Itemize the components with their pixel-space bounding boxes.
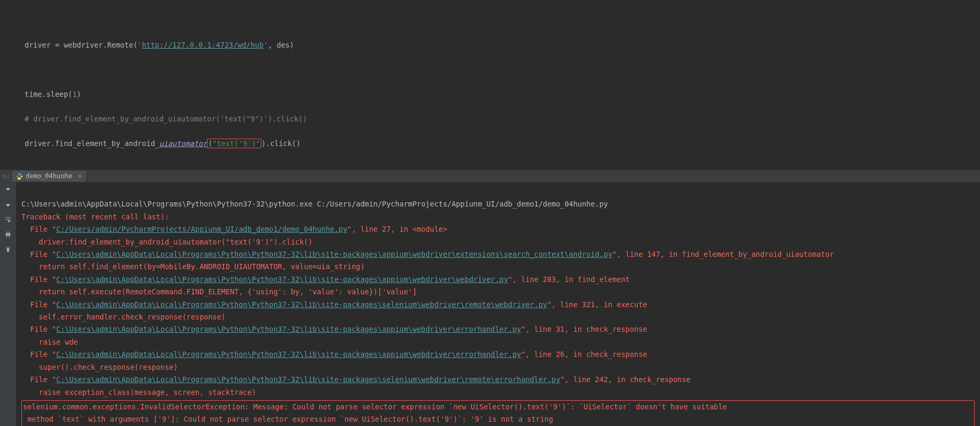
traceback-code: self.error_handler.check_response(respon… <box>21 313 226 321</box>
traceback-frame: File "C:\Users\admin\AppData\Local\Progr… <box>21 300 647 309</box>
code-line: # driver.find_element_by_android_uiautom… <box>25 113 980 125</box>
code-line <box>25 14 980 27</box>
svg-rect-3 <box>6 232 9 234</box>
code-text: driver = webdriver.Remote( <box>25 41 137 49</box>
file-link[interactable]: C:/Users/admin/PycharmProjects/Appiunm_U… <box>56 225 348 233</box>
traceback-frame: File "C:\Users\admin\AppData\Local\Progr… <box>21 350 647 359</box>
delete-button[interactable] <box>3 245 13 254</box>
number-literal: 1 <box>72 90 76 98</box>
code-text: driver.find_element_by_android_ <box>25 139 159 148</box>
scroll-up-button[interactable] <box>3 185 13 194</box>
svg-point-0 <box>19 173 19 174</box>
run-panel-body: C:\Users\admin\AppData\Local\Programs\Py… <box>0 182 980 426</box>
python-file-icon <box>16 173 23 180</box>
file-link[interactable]: C:\Users\admin\AppData\Local\Programs\Py… <box>56 300 547 309</box>
run-tab[interactable]: demo_04hunhe × <box>12 171 86 181</box>
traceback-frame: File "C:\Users\admin\AppData\Local\Progr… <box>21 375 691 384</box>
traceback-code: super().check_response(response) <box>21 363 178 371</box>
traceback-frame: File "C:\Users\admin\AppData\Local\Progr… <box>21 275 630 284</box>
traceback-code: driver.find_element_by_android_uiautomat… <box>21 238 313 246</box>
file-link[interactable]: C:\Users\admin\AppData\Local\Programs\Py… <box>56 325 521 333</box>
code-line: time.sleep(1) <box>25 88 980 101</box>
code-editor[interactable]: driver = webdriver.Remote('http://127.0.… <box>0 0 980 170</box>
method-name: uiautomator <box>159 139 207 148</box>
run-toolbar <box>0 182 16 426</box>
traceback-header: Traceback (most recent call last): <box>21 212 169 221</box>
file-link[interactable]: C:\Users\admin\AppData\Local\Programs\Py… <box>56 275 508 284</box>
file-link[interactable]: C:\Users\admin\AppData\Local\Programs\Py… <box>56 250 612 258</box>
code-text: time.sleep( <box>25 90 72 98</box>
file-link[interactable]: C:\Users\admin\AppData\Local\Programs\Py… <box>56 350 521 359</box>
highlighted-args: ("text('9')" <box>207 139 261 148</box>
traceback-code: return self.execute(RemoteCommand.FIND_E… <box>21 287 417 296</box>
traceback-frame: File "C:/Users/admin/PycharmProjects/App… <box>21 225 447 233</box>
run-tab-label: demo_04hunhe <box>26 172 72 180</box>
url-literal[interactable]: http://127.0.0.1:4723/wd/hub <box>142 41 264 49</box>
code-line <box>25 64 980 76</box>
comment-text: # driver.find_element_by_android_uiautom… <box>25 115 307 123</box>
print-button[interactable] <box>3 230 13 239</box>
run-panel-header: n: demo_04hunhe × <box>0 170 980 182</box>
console-output[interactable]: C:\Users\admin\AppData\Local\Programs\Py… <box>16 182 980 426</box>
svg-rect-4 <box>6 235 9 237</box>
close-icon[interactable]: × <box>78 172 82 180</box>
console-cmd: C:\Users\admin\AppData\Local\Programs\Py… <box>21 200 608 208</box>
string-literal: ' <box>264 41 268 49</box>
soft-wrap-button[interactable] <box>3 215 13 224</box>
traceback-code: return self.find_element(by=MobileBy.AND… <box>21 262 365 271</box>
scroll-down-button[interactable] <box>3 200 13 209</box>
svg-point-1 <box>20 178 21 178</box>
file-link[interactable]: C:\Users\admin\AppData\Local\Programs\Py… <box>56 375 560 384</box>
code-text: click() <box>270 139 300 148</box>
highlighted-error: selenium.common.exceptions.InvalidSelect… <box>21 400 975 426</box>
code-text: ) <box>77 90 81 98</box>
traceback-code: raise exception_class(message, screen, s… <box>21 388 256 397</box>
code-text <box>25 16 37 25</box>
traceback-code: raise wde <box>21 338 78 346</box>
code-line: driver.find_element_by_android_uiautomat… <box>25 138 980 150</box>
code-text: , des) <box>268 41 294 49</box>
traceback-frame: File "C:\Users\admin\AppData\Local\Progr… <box>21 250 834 258</box>
traceback-frame: File "C:\Users\admin\AppData\Local\Progr… <box>21 325 647 333</box>
panel-label: n: <box>1 173 12 180</box>
code-line: driver = webdriver.Remote('http://127.0.… <box>25 39 980 51</box>
